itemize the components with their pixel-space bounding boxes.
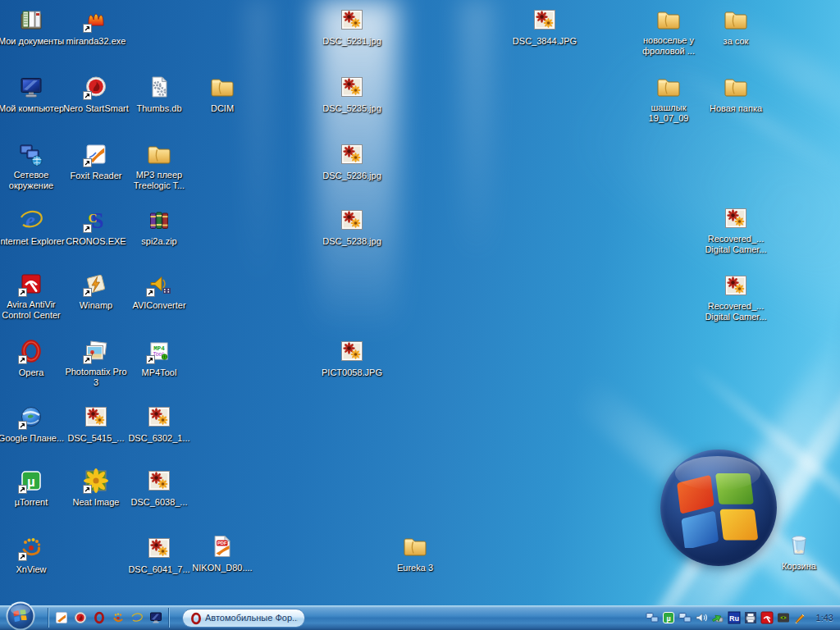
tray-safely-remove-hardware-icon[interactable] [711, 611, 724, 624]
icon-label: DSC_5238.jpg [322, 236, 381, 247]
tray-avira-icon[interactable] [760, 611, 774, 624]
tray-volume-icon[interactable] [695, 611, 708, 624]
taskbar: e Автомобильные Фор... µ Ru 1:43 [0, 605, 840, 630]
desktop-icon-mp4tool[interactable]: MP4 Tool MP4Tool [125, 338, 194, 379]
icon-label: spi2a.zip [141, 236, 176, 247]
cronos-icon: S C [83, 207, 109, 233]
light-beam [246, 0, 271, 345]
desktop-icon-photomatix-pro-3[interactable]: Photomatix Pro 3 [62, 338, 130, 389]
tray-print-spooler-icon[interactable] [744, 611, 757, 624]
desktop-icon-korzina[interactable]: Корзина [765, 532, 833, 573]
tray-language-indicator-icon[interactable]: Ru [728, 611, 741, 624]
desktop-icon-spi2a-zip[interactable]: spi2a.zip [125, 207, 194, 248]
mycomputer-icon [18, 74, 44, 100]
shortcut-arrow-icon [18, 552, 27, 561]
desktop-icon-utorrent[interactable]: µµTorrent [0, 468, 66, 509]
desktop-icon-moy-kompyuter[interactable]: Мой компьютер [0, 74, 66, 115]
icon-label: Eureka 3 [397, 563, 433, 573]
desktop-icon-nero-startsmart[interactable]: Nero StartSmart [62, 74, 130, 115]
icon-label: CRONOS.EXE [66, 236, 126, 247]
taskbar-clock[interactable]: 1:43 [816, 613, 833, 623]
desktop-icon-recovered-1[interactable]: Recovered_... Digital Camer... [701, 205, 770, 256]
desktop-icon-novaya-papka[interactable]: Новая папка [701, 74, 770, 115]
shortcut-arrow-icon [146, 355, 155, 364]
desktop-icon-moi-dokumenty[interactable]: Мои документы [0, 7, 66, 48]
shortcut-arrow-icon [83, 288, 92, 297]
photo-icon [339, 141, 365, 167]
desktop-icon-dsc-3844[interactable]: DSC_3844.JPG [510, 7, 579, 48]
desktop-icon-dcim[interactable]: DCIM [188, 74, 257, 115]
desktop-icon-eureka-3[interactable]: Eureka 3 [381, 533, 450, 574]
windows-logo-orb [660, 450, 777, 566]
tray-style-brush-icon[interactable] [793, 611, 806, 624]
opera-icon [189, 612, 201, 623]
desktop-icon-foxit-reader[interactable]: Foxit Reader [62, 141, 130, 182]
start-button[interactable] [5, 600, 36, 630]
icon-label: Мой компьютер [0, 103, 64, 114]
desktop-icon-thumbs-db[interactable]: Thumbs.db [125, 74, 194, 115]
desktop-icon-winamp[interactable]: Winamp [62, 271, 130, 312]
folder-icon [402, 533, 428, 559]
desktop-icon-dsc-6038[interactable]: DSC_6038_... [125, 468, 194, 509]
desktop-icon-pict0058[interactable]: PICT0058.JPG [317, 338, 386, 379]
desktop-icon-cronos[interactable]: S CCRONOS.EXE [62, 207, 130, 248]
icon-label: Internet Explorer [0, 236, 65, 247]
desktop-icon-dsc-5235[interactable]: DSC_5235.jpg [317, 74, 386, 115]
desktop-icon-nikon-d80[interactable]: PDF NIKON_D80.... [188, 533, 257, 574]
mydocs-icon [18, 7, 44, 33]
task-button-label: Автомобильные Фор... [205, 613, 298, 623]
icon-label: DSC_5235.jpg [322, 103, 381, 114]
desktop-icon-dsc-5231[interactable]: DSC_5231.jpg [317, 7, 386, 48]
icon-label: DSC_5415_... [67, 433, 124, 444]
quick-launch-foxit-reader[interactable] [55, 611, 68, 624]
nero-icon [83, 74, 109, 100]
icon-label: Thumbs.db [136, 103, 181, 114]
folder-icon [723, 7, 749, 33]
light-beam [316, 0, 398, 394]
desktop-icon-xnview[interactable]: XnView [0, 535, 66, 576]
desktop-icon-avira-antivir[interactable]: Avira AntiVir Control Center [0, 271, 66, 322]
tray-utorrent-icon[interactable]: µ [662, 611, 675, 624]
desktop-icon-dsc-5415[interactable]: DSC_5415_... [62, 404, 130, 445]
desktop-icon-recovered-2[interactable]: Recovered_... Digital Camer... [701, 272, 770, 323]
icon-label: NIKON_D80.... [192, 563, 252, 573]
icon-label: MP4Tool [142, 368, 177, 378]
quick-launch-display[interactable] [149, 611, 162, 624]
desktop-icon-dsc-6302[interactable]: DSC_6302_1... [125, 404, 194, 445]
shortcut-arrow-icon [18, 355, 27, 364]
desktop-icon-dsc-6041[interactable]: DSC_6041_7... [125, 535, 194, 576]
desktop-icon-aviconverter[interactable]: AVIConverter [125, 271, 194, 312]
desktop-icon-opera[interactable]: Opera [0, 338, 66, 379]
desktop-icon-za-sok[interactable]: за сок [701, 7, 770, 48]
icon-label: Новая папка [710, 103, 762, 114]
desktop-icon-google-earth[interactable]: Google Плане... [0, 404, 66, 445]
winamp-icon [83, 271, 109, 297]
quick-launch-nero[interactable] [74, 611, 87, 624]
desktop-icon-miranda32[interactable]: miranda32.exe [62, 7, 130, 48]
photo-icon [146, 468, 172, 494]
tray-network-1-icon[interactable] [646, 611, 659, 624]
icon-label: µTorrent [15, 497, 48, 508]
folder-icon [146, 141, 172, 167]
svg-text:µ: µ [27, 474, 35, 490]
desktop-icon-novoselye-u-frolovoy[interactable]: новоселье у фроловой ... [634, 7, 703, 57]
svg-text:µ: µ [666, 614, 670, 623]
quick-launch-internet-explorer[interactable]: e [130, 611, 144, 624]
icon-label: XnView [16, 564, 46, 575]
desktop-icon-dsc-5238[interactable]: DSC_5238.jpg [317, 207, 386, 248]
tray-network-2-icon[interactable] [678, 611, 692, 624]
desktop-icon-dsc-5236[interactable]: DSC_5236.jpg [317, 141, 386, 182]
desktop-icon-setevoe-okruzhenie[interactable]: Сетевое окружение [0, 141, 66, 192]
icon-label: новоселье у фроловой ... [635, 35, 702, 57]
quick-launch-xnview[interactable] [112, 611, 125, 624]
desktop-icon-shashlyk-19-07-09[interactable]: шашлык 19_07_09 [634, 74, 703, 125]
task-button-opera[interactable]: Автомобильные Фор... [182, 609, 305, 628]
desktop-icon-internet-explorer[interactable]: e Internet Explorer [0, 207, 66, 248]
desktop-icon-mp3-player-treelogic[interactable]: MP3 плеер Treelogic T... [125, 141, 194, 192]
quick-launch-opera[interactable] [93, 611, 106, 624]
desktop-icon-neat-image[interactable]: Neat Image [62, 468, 130, 509]
photomatix-icon [83, 338, 109, 364]
recyclebin-icon [786, 532, 812, 558]
icon-label: DSC_6038_... [130, 497, 187, 508]
tray-nvidia-icon[interactable] [777, 611, 790, 624]
